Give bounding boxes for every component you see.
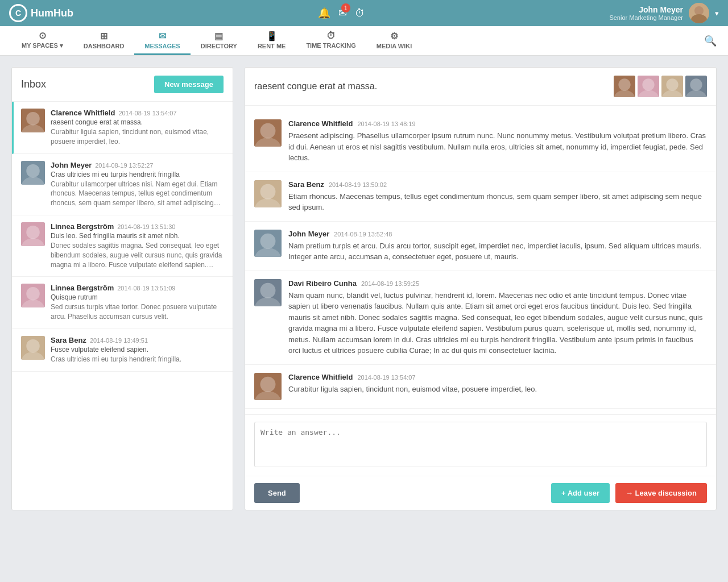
nav-label-messages: MESSAGES: [144, 43, 180, 49]
conv-avatar: [685, 76, 707, 97]
message-item[interactable]: John Meyer 2014-08-19 13:52:27 Cras ultr…: [12, 154, 233, 215]
search-btn[interactable]: 🔍: [704, 35, 717, 47]
msg-body: Cras ultricies mi eu turpis hendrerit fr…: [51, 355, 224, 364]
directory-icon: ▤: [214, 31, 223, 41]
conv-msg-sender: Davi Ribeiro Cunha: [288, 279, 357, 288]
conv-avatars: [614, 76, 707, 97]
conv-msg-avatar: [254, 180, 282, 207]
user-avatar: [689, 3, 709, 23]
leave-discussion-button[interactable]: → Leave discussion: [615, 483, 707, 503]
nav-label-dashboard: DASHBOARD: [84, 43, 125, 49]
conv-title: raesent congue erat at massa.: [254, 81, 377, 92]
message-item[interactable]: Clarence Whitfield 2014-08-19 13:54:07 r…: [12, 102, 233, 154]
timetracking-icon: ⏱: [326, 31, 336, 41]
msg-body: Sed cursus turpis vitae tortor. Donec po…: [51, 302, 224, 322]
action-right-buttons: + Add user → Leave discussion: [551, 483, 707, 503]
conv-msg-text: Nam pretium turpis et arcu. Duis arcu to…: [288, 240, 707, 263]
myspaces-icon: ⊙: [39, 30, 46, 41]
user-name: John Meyer: [609, 5, 683, 14]
nav-item-myspaces[interactable]: ⊙ MY SPACES ▾: [11, 26, 73, 55]
nav-item-directory[interactable]: ▤ DIRECTORY: [191, 26, 247, 55]
svg-point-6: [26, 112, 40, 126]
conv-msg-header: Sara Benz 2014-08-19 13:50:02: [288, 180, 707, 189]
svg-point-27: [666, 78, 678, 90]
msg-content: John Meyer 2014-08-19 13:52:27 Cras ultr…: [51, 161, 224, 208]
message-list: Clarence Whitfield 2014-08-19 13:54:07 r…: [12, 102, 233, 372]
nav-item-mediawiki[interactable]: ⚙ MEDIA WIKI: [366, 26, 423, 55]
msg-content: Linnea Bergström 2014-08-19 13:51:09 Qui…: [51, 284, 224, 322]
svg-point-12: [26, 226, 40, 239]
notification-bell-btn[interactable]: 🔔: [318, 7, 330, 19]
mail-btn[interactable]: ✉ 1: [338, 7, 347, 19]
reply-input[interactable]: [254, 422, 707, 467]
send-button[interactable]: Send: [254, 483, 300, 503]
inbox-title: Inbox: [21, 78, 46, 90]
conv-msg-avatar: [254, 279, 282, 306]
nav-item-messages[interactable]: ✉ MESSAGES: [134, 26, 190, 55]
conv-message: Sara Benz 2014-08-19 13:50:02 Etiam rhon…: [245, 172, 716, 222]
nav-label-myspaces: MY SPACES ▾: [22, 42, 63, 49]
svg-point-30: [690, 78, 702, 90]
new-message-button[interactable]: New message: [154, 76, 224, 93]
user-dropdown-icon: ▾: [715, 9, 719, 18]
msg-body: Curabitur ullamcorper ultrices nisi. Nam…: [51, 180, 224, 208]
rentme-icon: 📱: [266, 31, 278, 41]
msg-avatar: [21, 336, 45, 360]
msg-preview: Cras ultricies mi eu turpis hendrerit fr…: [51, 171, 224, 178]
nav-label-rentme: RENT ME: [258, 43, 286, 49]
conv-msg-text: Praesent adipiscing. Phasellus ullamcorp…: [288, 130, 707, 164]
msg-sender-line: Sara Benz 2014-08-19 13:49:51: [51, 336, 224, 344]
header-icons: 🔔 ✉ 1 ⏱: [318, 7, 365, 19]
svg-point-45: [260, 376, 276, 392]
add-user-button[interactable]: + Add user: [551, 483, 610, 503]
svg-point-21: [618, 78, 630, 90]
message-item[interactable]: Linnea Bergström 2014-08-19 13:51:09 Qui…: [12, 277, 233, 329]
bell-icon: 🔔: [318, 7, 330, 19]
msg-sender-line: Linnea Bergström 2014-08-19 13:51:09: [51, 284, 224, 292]
conv-msg-sender: Clarence Whitfield: [288, 119, 353, 128]
conv-avatar: [638, 76, 659, 97]
user-area[interactable]: John Meyer Senior Marketing Manager ▾: [609, 3, 719, 23]
app-name: HumHub: [31, 7, 73, 19]
conv-msg-avatar: [254, 230, 282, 257]
msg-sender: John Meyer: [51, 161, 92, 169]
conv-message: Clarence Whitfield 2014-08-19 13:54:07 C…: [245, 365, 716, 409]
conversation-panel: raesent congue erat at massa.: [245, 67, 717, 510]
conv-msg-sender: Clarence Whitfield: [288, 373, 353, 381]
msg-time: 2014-08-19 13:49:51: [90, 337, 148, 344]
conv-msg-header: John Meyer 2014-08-19 13:52:48: [288, 230, 707, 238]
msg-time: 2014-08-19 13:52:27: [95, 162, 153, 169]
nav-item-dashboard[interactable]: ⊞ DASHBOARD: [73, 26, 135, 55]
dashboard-icon: ⊞: [100, 31, 107, 41]
svg-point-36: [260, 184, 276, 199]
msg-avatar: [21, 284, 45, 307]
message-item[interactable]: Sara Benz 2014-08-19 13:49:51 Fusce vulp…: [12, 329, 233, 372]
inbox-header: Inbox New message: [12, 68, 233, 102]
conv-msg-time: 2014-08-19 13:59:25: [361, 280, 419, 287]
nav-item-rentme[interactable]: 📱 RENT ME: [247, 26, 296, 55]
nav-item-timetracking[interactable]: ⏱ TIME TRACKING: [296, 26, 366, 55]
msg-preview: raesent congue erat at massa.: [51, 118, 224, 126]
conv-msg-header: Clarence Whitfield 2014-08-19 13:48:19: [288, 119, 707, 128]
msg-time: 2014-08-19 13:51:30: [117, 223, 175, 230]
conv-avatar: [614, 76, 635, 97]
msg-content: Clarence Whitfield 2014-08-19 13:54:07 r…: [51, 109, 224, 147]
conv-msg-text: Nam quam nunc, blandit vel, luctus pulvi…: [288, 290, 707, 356]
msg-body: Donec sodales sagittis magna. Sed conseq…: [51, 241, 224, 269]
conv-msg-header: Davi Ribeiro Cunha 2014-08-19 13:59:25: [288, 279, 707, 288]
message-item[interactable]: Linnea Bergström 2014-08-19 13:51:30 Dui…: [12, 215, 233, 277]
nav-label-mediawiki: MEDIA WIKI: [377, 43, 412, 49]
conv-msg-avatar: [254, 119, 282, 147]
conv-message: Davi Ribeiro Cunha 2014-08-19 13:59:25 N…: [245, 271, 716, 365]
svg-point-39: [260, 233, 276, 248]
msg-content: Linnea Bergström 2014-08-19 13:51:30 Dui…: [51, 222, 224, 269]
logo-icon: C: [9, 4, 27, 22]
clock-btn[interactable]: ⏱: [355, 7, 365, 19]
conv-message: John Meyer 2014-08-19 13:52:48 Nam preti…: [245, 222, 716, 271]
conv-message: Clarence Whitfield 2014-08-19 13:48:19 P…: [245, 111, 716, 172]
msg-time: 2014-08-19 13:51:09: [117, 285, 175, 292]
svg-point-9: [26, 164, 40, 177]
svg-point-3: [694, 6, 704, 15]
svg-text:C: C: [15, 9, 21, 18]
msg-sender: Sara Benz: [51, 336, 86, 344]
